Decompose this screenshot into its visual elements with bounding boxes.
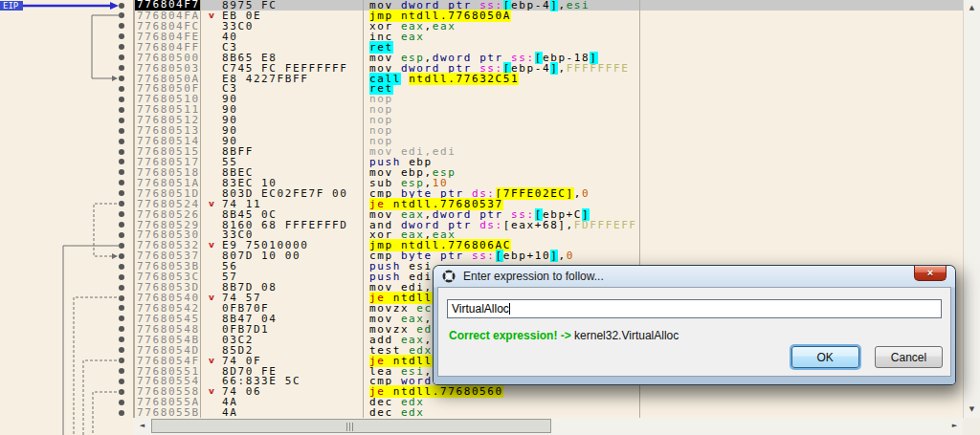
- address-cell: 77680524: [137, 199, 200, 209]
- status-message: Correct expression! ->: [449, 329, 571, 342]
- address-cell: 7768055B: [137, 407, 200, 418]
- status-result: kernel32.VirtualAlloc: [574, 329, 679, 342]
- eip-marker: EIP: [0, 1, 119, 11]
- jump-arrows-graph: EIP: [0, 0, 134, 435]
- address-cell: 7768054F: [137, 356, 200, 366]
- status-line: Correct expression! -> kernel32.VirtualA…: [449, 329, 679, 342]
- scrollbar-thumb[interactable]: [151, 419, 551, 433]
- thumb-grip-icon: [346, 423, 355, 431]
- column-divider: [363, 0, 364, 418]
- dialog-buttons: OK Cancel: [780, 346, 943, 368]
- scroll-left-icon[interactable]: ◄: [134, 418, 150, 434]
- scrollbar-corner: [963, 418, 980, 435]
- expression-input[interactable]: VirtualAlloc: [447, 299, 942, 318]
- bytes-cell: 74 11: [222, 199, 261, 209]
- jump-direction-icon: v: [209, 356, 214, 365]
- ok-button[interactable]: OK: [791, 346, 859, 368]
- bytes-cell: 8B65 E8: [222, 53, 278, 63]
- cancel-button[interactable]: Cancel: [875, 346, 943, 368]
- dialog-title: Enter expression to follow...: [463, 270, 604, 283]
- dialog-body: VirtualAlloc Correct expression! -> kern…: [437, 287, 951, 377]
- jump-direction-icon: v: [209, 11, 214, 20]
- scroll-down-icon[interactable]: ▼: [964, 402, 980, 418]
- expression-dialog: Enter expression to follow... × VirtualA…: [434, 266, 955, 384]
- jump-direction-icon: v: [209, 386, 214, 396]
- bytes-cell: C745 FC FEFFFFFF: [222, 63, 348, 74]
- close-button[interactable]: ×: [914, 266, 947, 281]
- horizontal-scrollbar[interactable]: ◄ ►: [134, 418, 963, 435]
- eip-label: EIP: [3, 1, 19, 11]
- address-cell: 77680503: [137, 63, 200, 74]
- address-cell: 77680526: [137, 209, 200, 220]
- jump-direction-icon: v: [209, 293, 214, 302]
- expression-input-value: VirtualAlloc: [452, 302, 509, 315]
- dialog-titlebar[interactable]: Enter expression to follow... ×: [437, 266, 951, 287]
- bytes-cell: 8B45 0C: [222, 209, 278, 220]
- debugger-window: EIP 776804F78975 FCmov dword ptr ss:[ebp…: [0, 0, 980, 435]
- column-divider: [200, 0, 201, 418]
- vertical-scrollbar[interactable]: ▲ ▼: [963, 0, 980, 418]
- bytes-cell: 4A: [222, 407, 237, 418]
- bytes-cell: 74 0F: [222, 356, 261, 366]
- jump-direction-icon: v: [209, 240, 214, 250]
- address-cell: 77680500: [137, 53, 200, 63]
- jump-direction-icon: v: [209, 199, 214, 208]
- text-caret: [509, 303, 510, 315]
- instruction-cell: dec edx: [369, 407, 425, 418]
- scroll-right-icon[interactable]: ►: [947, 418, 963, 434]
- scroll-up-icon[interactable]: ▲: [964, 0, 980, 16]
- expression-dialog-icon: [442, 270, 456, 283]
